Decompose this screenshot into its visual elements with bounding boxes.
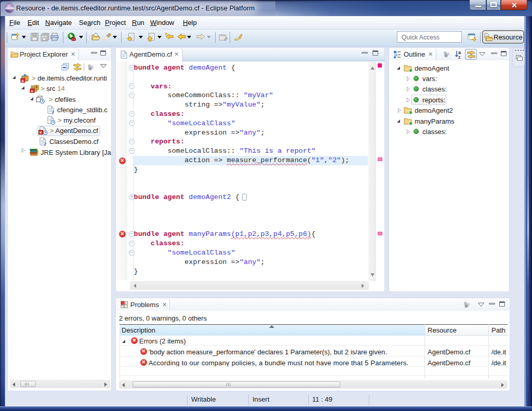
svg-text:z: z [458,55,461,59]
svg-text:?: ? [51,110,54,115]
svg-text:?: ? [44,141,46,147]
